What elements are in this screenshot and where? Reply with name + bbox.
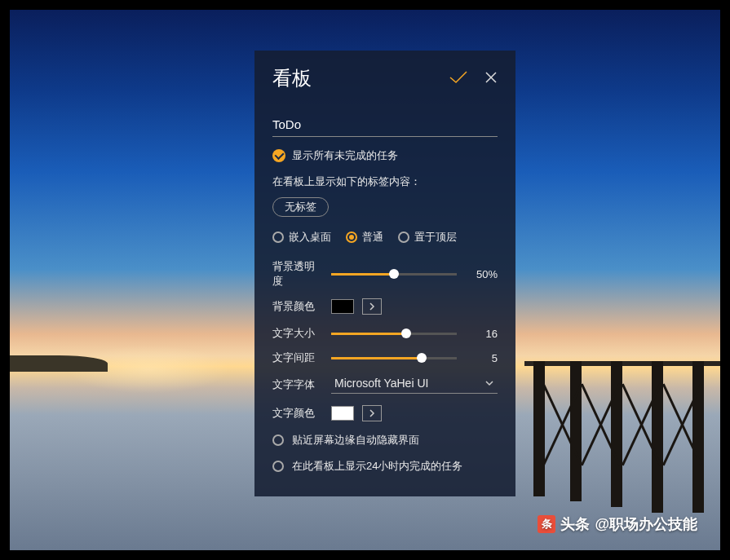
radio-icon [346, 231, 357, 243]
text-color-expand-button[interactable] [362, 405, 382, 421]
panel-title: 看板 [272, 65, 312, 91]
chevron-right-icon [369, 302, 375, 311]
bg-color-label: 背景颜色 [272, 299, 323, 314]
text-color-swatch[interactable] [331, 406, 354, 421]
chevron-down-icon [484, 380, 494, 386]
board-name-input[interactable] [272, 114, 498, 137]
show-incomplete-toggle[interactable]: 显示所有未完成的任务 [272, 148, 498, 163]
chevron-right-icon [369, 409, 375, 417]
bg-color-swatch[interactable] [331, 299, 354, 314]
watermark-logo-icon: 条 [538, 515, 555, 533]
panel-header: 看板 [272, 65, 498, 91]
radio-icon [272, 461, 284, 472]
wallpaper-pier [524, 361, 720, 366]
show-incomplete-label: 显示所有未完成的任务 [292, 148, 398, 163]
text-color-label: 文字颜色 [272, 406, 323, 421]
watermark-brand: 头条 [560, 514, 590, 534]
bg-color-expand-button[interactable] [362, 298, 382, 315]
radio-icon [272, 231, 284, 243]
wallpaper-land [10, 355, 108, 372]
auto-hide-option[interactable]: 贴近屏幕边缘自动隐藏界面 [272, 433, 498, 448]
font-family-select[interactable]: Microsoft YaHei UI [331, 375, 498, 394]
font-size-slider[interactable]: 文字大小 16 [272, 326, 498, 341]
confirm-icon[interactable] [449, 70, 468, 87]
desktop-wallpaper: 看板 显示所有未完成的任务 在看板上显示如下的标签内容： 无标签 嵌入桌面 [10, 10, 720, 550]
checkmark-icon [272, 149, 285, 162]
radio-embed-desktop[interactable]: 嵌入桌面 [272, 230, 331, 245]
bg-opacity-slider[interactable]: 背景透明度 50% [272, 259, 498, 289]
line-spacing-slider[interactable]: 文字间距 5 [272, 351, 498, 365]
tag-section-label: 在看板上显示如下的标签内容： [272, 174, 498, 189]
radio-icon [272, 434, 284, 446]
radio-always-top[interactable]: 置于顶层 [398, 230, 457, 245]
settings-panel: 看板 显示所有未完成的任务 在看板上显示如下的标签内容： 无标签 嵌入桌面 [254, 51, 515, 496]
radio-normal[interactable]: 普通 [346, 230, 383, 245]
no-tag-pill[interactable]: 无标签 [272, 197, 329, 217]
watermark-author: @职场办公技能 [595, 514, 697, 534]
radio-icon [398, 231, 409, 243]
show-24h-option[interactable]: 在此看板上显示24小时内完成的任务 [272, 459, 498, 474]
position-radio-group: 嵌入桌面 普通 置于顶层 [272, 230, 498, 245]
font-family-label: 文字字体 [272, 377, 323, 392]
close-icon[interactable] [484, 71, 498, 86]
watermark: 条 头条 @职场办公技能 [538, 514, 697, 534]
